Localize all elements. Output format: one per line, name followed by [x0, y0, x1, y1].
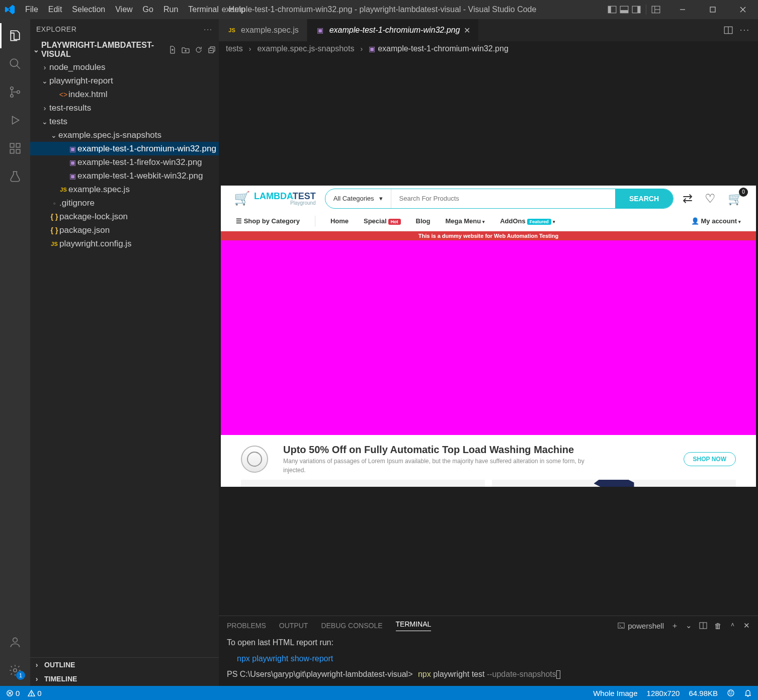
- file-row[interactable]: ▣example-test-1-chromium-win32.png: [30, 142, 219, 155]
- activity-accounts-icon[interactable]: [0, 630, 30, 655]
- new-terminal-icon[interactable]: ＋: [671, 621, 679, 631]
- window-close-icon[interactable]: [728, 0, 758, 19]
- menu-run[interactable]: Run: [158, 5, 183, 14]
- folder-row[interactable]: ›node_modules: [30, 60, 219, 74]
- tab-example-spec[interactable]: JS example.spec.js: [219, 19, 307, 41]
- new-file-icon[interactable]: [169, 46, 177, 54]
- window-minimize-icon[interactable]: [667, 0, 698, 19]
- status-whole-image[interactable]: Whole Image: [593, 689, 637, 697]
- status-warnings[interactable]: 0: [28, 689, 41, 697]
- breadcrumb-item[interactable]: tests: [226, 44, 243, 53]
- nav-account[interactable]: 👤 My account▾: [691, 217, 741, 225]
- activity-testing-icon[interactable]: [0, 164, 30, 189]
- timeline-section[interactable]: ›TIMELINE: [30, 672, 219, 686]
- nav-shop-category[interactable]: ☰ Shop by Category: [236, 217, 300, 225]
- compare-icon[interactable]: ⇄: [683, 192, 693, 206]
- status-file-size[interactable]: 64.98KB: [689, 689, 718, 697]
- file-tree[interactable]: ›node_modules⌄playwright-report<>index.h…: [30, 60, 219, 657]
- nav-addons[interactable]: AddOnsFeatured▾: [500, 217, 555, 225]
- menu-go[interactable]: Go: [138, 5, 158, 14]
- image-preview-view: 🛒 LAMBDATESTPlayground All Categories▾ S…: [219, 56, 758, 616]
- file-name: playwright.config.js: [59, 239, 132, 249]
- status-dimensions[interactable]: 1280x720: [647, 689, 680, 697]
- tab-terminal[interactable]: TERMINAL: [396, 620, 432, 631]
- file-row[interactable]: ◦.gitignore: [30, 196, 219, 210]
- folder-row[interactable]: ⌄example.spec.js-snapshots: [30, 128, 219, 142]
- close-icon[interactable]: ✕: [464, 26, 470, 35]
- outline-section[interactable]: ›OUTLINE: [30, 658, 219, 672]
- layout-sidebar-left-icon[interactable]: [608, 5, 617, 14]
- menu-edit[interactable]: Edit: [43, 5, 67, 14]
- svg-rect-22: [16, 143, 20, 147]
- wishlist-icon[interactable]: ♡: [705, 192, 716, 206]
- window-title: example-test-1-chromium-win32.png - play…: [222, 5, 537, 14]
- folder-row[interactable]: ›test-results: [30, 101, 219, 115]
- sidebar-more-icon[interactable]: ···: [204, 25, 213, 33]
- menu-terminal[interactable]: Terminal: [183, 5, 223, 14]
- file-row[interactable]: { }package-lock.json: [30, 210, 219, 223]
- menu-file[interactable]: File: [20, 5, 43, 14]
- file-row[interactable]: ▣example-test-1-firefox-win32.png: [30, 155, 219, 169]
- maximize-panel-icon[interactable]: ＾: [729, 621, 736, 631]
- search-input[interactable]: [391, 195, 615, 202]
- terminal-output[interactable]: To open last HTML report run: npx playwr…: [219, 635, 758, 686]
- chevron-down-icon: ⌄: [40, 118, 49, 126]
- nav-special[interactable]: SpecialHot: [364, 217, 401, 225]
- chevron-down-icon: ⌄: [49, 131, 58, 139]
- split-editor-icon[interactable]: [724, 26, 733, 35]
- kill-terminal-icon[interactable]: 🗑: [714, 622, 722, 630]
- close-panel-icon[interactable]: ✕: [743, 621, 750, 630]
- folder-row[interactable]: ⌄tests: [30, 115, 219, 128]
- more-actions-icon[interactable]: ···: [740, 25, 750, 35]
- menu-selection[interactable]: Selection: [67, 5, 110, 14]
- dummy-banner: This is a dummy website for Web Automati…: [221, 231, 756, 240]
- project-header[interactable]: ⌄ PLAYWRIGHT-LAMBDATEST-VISUAL: [30, 39, 219, 60]
- activity-settings-icon[interactable]: 1: [0, 658, 30, 683]
- layout-customize-icon[interactable]: [651, 5, 660, 14]
- status-errors[interactable]: 0: [6, 689, 20, 697]
- window-maximize-icon[interactable]: [698, 0, 728, 19]
- search-button[interactable]: SEARCH: [615, 189, 673, 208]
- tab-snapshot-image[interactable]: ▣ example-test-1-chromium-win32.png ✕: [307, 19, 479, 41]
- file-row[interactable]: { }package.json: [30, 223, 219, 237]
- svg-rect-21: [16, 149, 20, 153]
- promo-desc: Many variations of passages of Lorem Ips…: [283, 457, 605, 475]
- collapse-all-icon[interactable]: [208, 46, 216, 54]
- layout-panel-icon[interactable]: [620, 5, 629, 14]
- nav-home[interactable]: Home: [330, 217, 349, 225]
- refresh-icon[interactable]: [195, 46, 203, 54]
- nav-mega-menu[interactable]: Mega Menu▾: [445, 217, 485, 225]
- activity-explorer-icon[interactable]: [0, 23, 30, 48]
- file-row[interactable]: ▣example-test-1-webkit-win32.png: [30, 169, 219, 183]
- category-select[interactable]: All Categories▾: [325, 189, 391, 208]
- new-folder-icon[interactable]: [182, 46, 190, 54]
- activity-search-icon[interactable]: [0, 51, 30, 76]
- breadcrumbs[interactable]: tests › example.spec.js-snapshots › ▣exa…: [219, 41, 758, 56]
- terminal-dropdown-icon[interactable]: ⌄: [686, 621, 692, 630]
- status-feedback-icon[interactable]: [727, 689, 735, 697]
- file-row[interactable]: <>index.html: [30, 88, 219, 101]
- file-row[interactable]: JSplaywright.config.js: [30, 237, 219, 250]
- activity-source-control-icon[interactable]: [0, 79, 30, 105]
- folder-row[interactable]: ⌄playwright-report: [30, 74, 219, 88]
- activity-extensions-icon[interactable]: [0, 136, 30, 161]
- folder-name: tests: [49, 117, 67, 127]
- svg-rect-3: [620, 10, 628, 13]
- terminal-shell[interactable]: powershell: [618, 622, 664, 630]
- menu-view[interactable]: View: [110, 5, 137, 14]
- shop-now-button[interactable]: SHOP NOW: [684, 452, 736, 466]
- tab-output[interactable]: OUTPUT: [279, 622, 308, 630]
- layout-sidebar-right-icon[interactable]: [632, 5, 641, 14]
- file-row[interactable]: JSexample.spec.js: [30, 183, 219, 196]
- breadcrumb-item[interactable]: ▣example-test-1-chromium-win32.png: [369, 44, 509, 53]
- status-bell-icon[interactable]: [744, 689, 752, 697]
- tab-debug-console[interactable]: DEBUG CONSOLE: [321, 622, 382, 630]
- tab-problems[interactable]: PROBLEMS: [227, 622, 266, 630]
- feature-card: [241, 480, 485, 487]
- activity-run-debug-icon[interactable]: [0, 108, 30, 133]
- split-terminal-icon[interactable]: [699, 622, 707, 630]
- breadcrumb-item[interactable]: example.spec.js-snapshots: [257, 44, 354, 53]
- cart-icon[interactable]: 🛒0: [728, 192, 743, 206]
- nav-blog[interactable]: Blog: [416, 217, 431, 225]
- logo-cart-icon: 🛒: [234, 191, 250, 206]
